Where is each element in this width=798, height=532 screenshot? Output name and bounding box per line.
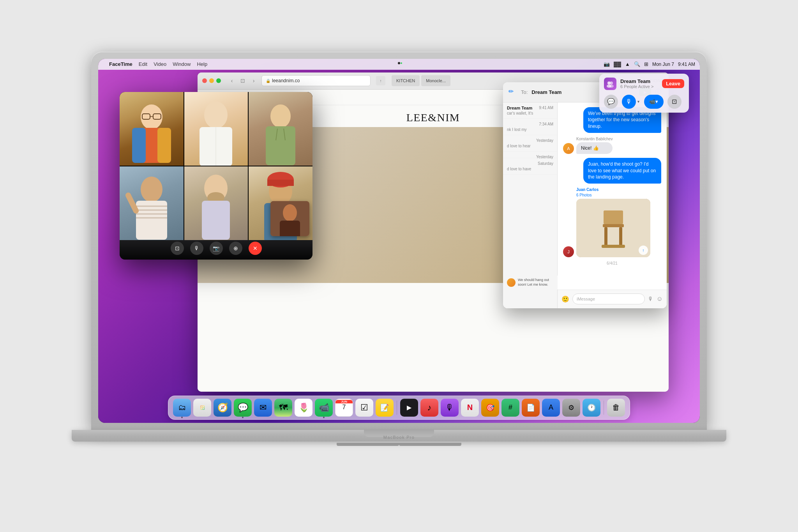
macbook-foot-left <box>337 443 399 446</box>
message-thread: We've been trying to get designs togethe… <box>558 103 667 290</box>
msg-bubble-received-1: Nice! 👍 <box>576 142 613 154</box>
msg-sent-2: Juan, how'd the shoot go? I'd love to se… <box>563 158 661 184</box>
dock-settings[interactable]: ⚙ <box>562 399 580 417</box>
msg-received-1: A Konstantin Babilchev Nice! 👍 <box>563 137 661 154</box>
menubar-window[interactable]: Window <box>173 61 191 67</box>
sp-mic-button[interactable]: 🎙 <box>622 95 636 109</box>
traffic-lights <box>202 78 221 83</box>
macbook-outer: FaceTime Edit Video Window Help 📷 ▓▓ ▲ 🔍… <box>91 52 707 481</box>
tab-monocle[interactable]: Monocle... <box>421 75 450 86</box>
screen-share-button[interactable]: ⊡ <box>171 242 184 255</box>
to-label: To: <box>521 89 528 95</box>
end-call-button[interactable]: ✕ <box>249 242 262 255</box>
sp-comment-button[interactable]: 💬 <box>604 95 618 109</box>
camera-button[interactable]: 📷 <box>210 242 223 255</box>
svg-point-41 <box>609 85 614 88</box>
date-label: 6/4/21 <box>563 261 661 265</box>
dock-notes[interactable]: 📝 <box>376 399 394 417</box>
forward-button[interactable]: › <box>249 76 258 85</box>
imessage-input[interactable]: iMessage <box>572 293 645 304</box>
sp-screen-button[interactable]: ⊡ <box>667 95 681 109</box>
dock-separator <box>397 401 397 415</box>
shareplay-widget: Dream Team 6 People Active > Leave 💬 🎙 ▼… <box>599 74 689 113</box>
dock-reminders[interactable]: ☑ <box>355 399 373 417</box>
dock-screentime[interactable]: 🕐 <box>583 399 600 417</box>
search-icon[interactable]: 🔍 <box>634 61 640 67</box>
message-input-bar: 🙂 iMessage 🎙 ☺ <box>558 290 667 308</box>
camera-green-light <box>401 62 402 64</box>
menubar-video[interactable]: Video <box>154 61 166 67</box>
dock-launchpad[interactable]: ⊞ <box>193 399 211 417</box>
svg-rect-8 <box>132 128 146 163</box>
dock-podcasts[interactable]: 🎙 <box>441 399 459 417</box>
macbook-feet <box>313 443 485 446</box>
emoji-button-right[interactable]: ☺ <box>657 295 663 302</box>
dock-pages[interactable]: 📄 <box>522 399 540 417</box>
mute-button[interactable]: 🎙 <box>190 242 203 255</box>
dock-keynote[interactable]: 🎯 <box>481 399 499 417</box>
dock-maps[interactable]: 🗺 <box>274 399 292 417</box>
facetime-cell-3 <box>249 92 312 166</box>
svg-rect-9 <box>157 128 171 163</box>
audio-input-icon[interactable]: 🎙 <box>648 296 653 302</box>
sp-mic-chevron[interactable]: ▼ <box>637 100 640 104</box>
sp-video-button[interactable]: 📹▾ <box>644 95 664 109</box>
sp-controls: 💬 🎙 ▼ 📹▾ ⊡ <box>599 92 689 113</box>
macbook-model-label: MacBook Pro <box>383 435 415 440</box>
dock-safari[interactable]: 🧭 <box>214 399 231 417</box>
msg-bottom-strip: We should hang out soon! Let me know. <box>503 276 558 289</box>
svg-rect-32 <box>267 180 294 186</box>
control-center-icon[interactable]: ⊞ <box>644 61 648 67</box>
tabs-button[interactable]: ⊡ <box>238 76 247 85</box>
dock-trash[interactable]: 🗑 <box>607 399 625 417</box>
msg-list-item-5[interactable]: Saturday d love to have <box>503 158 557 175</box>
menubar-edit[interactable]: Edit <box>139 61 147 67</box>
back-button[interactable]: ‹ <box>227 76 237 85</box>
svg-rect-29 <box>202 201 230 240</box>
emoji-button-left[interactable]: 🙂 <box>561 295 569 303</box>
facetime-controls: ⊡ 🎙 📷 ⊕ ✕ <box>120 240 312 260</box>
svg-point-16 <box>270 104 291 128</box>
address-bar[interactable]: 🔒 leeandnim.co <box>261 75 371 86</box>
leave-button[interactable]: Leave <box>662 79 684 88</box>
dock-calendar[interactable]: JUN 7 <box>335 399 353 417</box>
dock-numbers[interactable]: # <box>501 399 519 417</box>
photo-attachment: ↑ <box>576 199 650 257</box>
compose-icon[interactable]: ✏ <box>508 88 517 96</box>
close-button[interactable] <box>202 78 207 83</box>
dock-mail[interactable]: ✉ <box>254 399 272 417</box>
minimize-button[interactable] <box>209 78 214 83</box>
share-button[interactable]: ↑ <box>376 76 385 85</box>
dock-appletv[interactable]: ▶ <box>400 399 418 417</box>
browser-tabs: KITCHEN Monocle... <box>392 75 450 86</box>
maximize-button[interactable] <box>216 78 221 83</box>
sp-header: Dream Team 6 People Active > Leave <box>599 74 689 92</box>
dock-music[interactable]: ♪ <box>420 399 438 417</box>
camera-dot <box>398 62 400 64</box>
dock-facetime[interactable]: 📹 <box>315 399 333 417</box>
pip-button[interactable]: ⊕ <box>229 242 242 255</box>
dock-finder[interactable]: 🗂 <box>173 399 191 417</box>
screen-bezel: FaceTime Edit Video Window Help 📷 ▓▓ ▲ 🔍… <box>98 59 700 423</box>
dock-news[interactable]: N <box>461 399 479 417</box>
msg-list-item-4[interactable]: Yesterday <box>503 152 557 158</box>
menubar-app-name[interactable]: FaceTime <box>109 61 132 67</box>
tab-kitchen[interactable]: KITCHEN <box>392 75 420 86</box>
photo-count-label: 6 Photos <box>576 193 591 197</box>
dock-appstore[interactable]: A <box>542 399 560 417</box>
msg-list-item-1[interactable]: Dream Team 9:41 AM car's wallet, It's <box>503 103 557 119</box>
sp-group-name: Dream Team <box>620 78 658 84</box>
msg-bottom-text: We should hang out soon! Let me know. <box>518 278 554 287</box>
msg-list-item-2[interactable]: 7:34 AM nk I lost my <box>503 119 557 135</box>
menubar-help[interactable]: Help <box>197 61 207 67</box>
menubar-left: FaceTime Edit Video Window Help <box>103 61 207 67</box>
msg-bubble-sent-2: Juan, how'd the shoot go? I'd love to se… <box>583 158 661 184</box>
url-text: leeandnim.co <box>272 78 300 83</box>
dock-messages[interactable]: 💬 <box>234 399 252 417</box>
svg-rect-17 <box>266 126 295 165</box>
svg-point-6 <box>141 104 162 129</box>
sender-name-1: Konstantin Babilchev <box>576 137 613 141</box>
dock-photos[interactable]: 🌷 <box>295 399 312 417</box>
msg-list-item-3[interactable]: Yesterday d love to hear <box>503 135 557 152</box>
svg-point-20 <box>141 177 162 202</box>
